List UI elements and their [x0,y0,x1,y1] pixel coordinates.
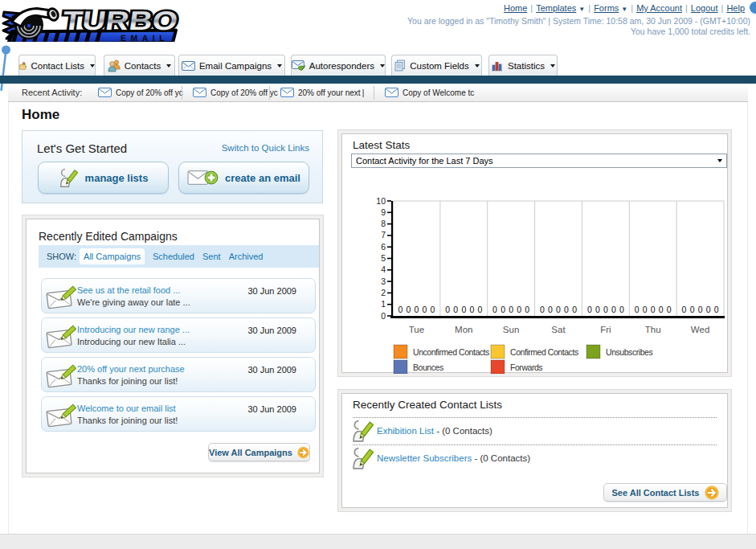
svg-text:9: 9 [381,207,386,217]
svg-text:Unconfirmed Contacts: Unconfirmed Contacts [413,347,489,357]
svg-text:4: 4 [381,264,386,274]
svg-text:1: 1 [381,299,386,309]
svg-text:2: 2 [381,288,386,297]
svg-text:Mon: Mon [455,325,472,334]
svg-text:0 0 0 0 0: 0 0 0 0 0 [445,305,482,314]
svg-text:0 0 0 0 0: 0 0 0 0 0 [540,305,577,314]
svg-text:Fri: Fri [600,325,611,334]
svg-text:0 0 0 0 0: 0 0 0 0 0 [587,305,624,314]
svg-text:8: 8 [381,219,386,228]
svg-text:Wed: Wed [691,325,709,334]
svg-text:Sat: Sat [551,325,566,334]
svg-text:Confirmed Contacts: Confirmed Contacts [510,347,578,357]
svg-text:7: 7 [381,230,386,240]
svg-text:5: 5 [381,253,386,263]
svg-text:TURBO: TURBO [61,6,179,35]
svg-text:3: 3 [381,277,386,286]
svg-text:Tue: Tue [409,325,424,334]
svg-text:10: 10 [376,196,386,206]
svg-text:0 0 0 0 0: 0 0 0 0 0 [635,305,672,314]
svg-text:Unsubscribes: Unsubscribes [606,347,652,357]
svg-text:Bounces: Bounces [413,363,443,372]
svg-text:0 0 0 0 0: 0 0 0 0 0 [492,305,529,314]
svg-text:0: 0 [381,311,386,321]
svg-text:0 0 0 0 0: 0 0 0 0 0 [682,305,719,314]
svg-text:6: 6 [381,242,386,252]
svg-text:0 0 0 0 0: 0 0 0 0 0 [398,305,435,314]
svg-text:Forwards: Forwards [510,363,542,372]
svg-text:Sun: Sun [503,325,519,334]
svg-text:Thu: Thu [645,325,661,334]
